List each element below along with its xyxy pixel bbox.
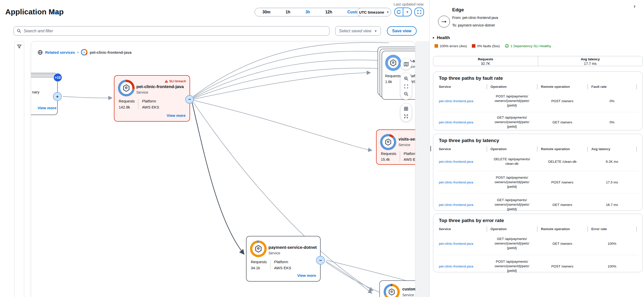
health-donut-icon: K <box>385 55 401 71</box>
platform-label: Platform <box>142 99 159 103</box>
zoom-out-button[interactable] <box>404 92 409 96</box>
table-row: pet-clinic-frontend-java GET /api/paymen… <box>437 232 638 255</box>
zoom-in-button[interactable] <box>404 76 409 81</box>
service-link[interactable]: pet-clinic-frontend-java <box>437 242 487 246</box>
latency-stat: Avg latency 17.7 ms <box>538 56 643 66</box>
platform-value: AWS EKS <box>404 157 415 161</box>
refresh-options-button[interactable]: ▼ <box>403 8 411 16</box>
node-pet-clinic-frontend-java[interactable]: SLI breach K pet-clinic-frontend-java Se… <box>114 75 190 122</box>
remote-operation-cell: GET /owners <box>537 242 588 246</box>
error-rate-cell: 100% <box>588 242 636 246</box>
view-more-link[interactable]: View more <box>38 106 56 110</box>
eks-icon: K <box>389 59 397 67</box>
collapse-panel-button[interactable]: › <box>634 3 635 10</box>
service-link[interactable]: pet-clinic-frontend-java <box>437 160 487 164</box>
expand-group-button[interactable]: + <box>53 92 62 101</box>
col-remote-operation: Remote operation <box>537 146 588 152</box>
latency-stat-label: Avg latency <box>538 57 643 61</box>
time-range-30m[interactable]: 30m <box>255 8 278 16</box>
requests-label: Requests <box>251 260 267 264</box>
zoom-out-icon <box>404 92 409 96</box>
view-more-link[interactable]: View more <box>167 113 186 118</box>
col-service: Service <box>437 84 487 89</box>
table-row: pet-clinic-frontend-java POST /api/payme… <box>437 90 638 112</box>
health-section-toggle[interactable]: ▼ Health <box>432 35 450 40</box>
errors-legend-item: 100% errors (4xx) <box>435 44 467 48</box>
requests-value: 34.1k <box>251 266 267 270</box>
health-donut-icon: K <box>384 284 400 297</box>
sli-healthy-label: 1 Dependency SLI Healthy <box>511 44 551 48</box>
expand-all-button[interactable] <box>404 114 408 119</box>
refresh-split-button: ▼ <box>394 8 412 16</box>
view-more-link[interactable]: View more <box>297 273 316 278</box>
grid-layout-button[interactable] <box>404 106 408 111</box>
map-icon <box>404 62 409 67</box>
time-range-12h[interactable]: 12h <box>318 8 340 16</box>
save-view-button[interactable]: Save view <box>387 26 417 36</box>
node-visits-service[interactable]: K visits-ser Service Requests15.4k Platf… <box>376 129 415 165</box>
remote-operation-cell: GET /owners <box>537 203 588 207</box>
table-row: pet-clinic-frontend-java DELETE /api/pay… <box>437 152 638 171</box>
timezone-dropdown[interactable]: UTC timezone ▼ <box>357 8 391 16</box>
node-stats: Requests15.4k PlatformAWS EKS <box>381 152 415 161</box>
platform-value: AWS EKS <box>142 105 159 109</box>
chevron-down-icon: ▼ <box>374 30 377 33</box>
requests-value: 15.4k <box>381 157 396 161</box>
search-input[interactable]: Search and filter <box>14 26 329 36</box>
faults-legend-item: 0% faults (5xx) <box>472 44 500 48</box>
node-payment-service-dotnet[interactable]: K payment-service-dotnet Service Request… <box>246 236 321 282</box>
time-range-3h[interactable]: 3h <box>298 8 318 16</box>
operation-cell: POST /api/payments/ owners/{ownerId}/pet… <box>487 94 537 108</box>
node-title: pet-clinic-frontend-java <box>136 84 184 89</box>
errors-color-swatch <box>435 44 438 48</box>
card-title: Top three paths by error rate <box>439 218 638 223</box>
col-avg-latency: Avg latency <box>588 146 636 152</box>
operation-cell: POST /api/payments/ owners/{ownerId}/pet… <box>487 175 537 189</box>
sli-breach-label: SLI breach <box>169 79 186 83</box>
group-count-badge: +10 <box>53 73 62 82</box>
operation-cell: POST /api/payments/ owners/{ownerId}/pet… <box>487 259 537 273</box>
time-range-1h[interactable]: 1h <box>278 8 298 16</box>
grid-icon <box>404 106 408 111</box>
service-link[interactable]: pet-clinic-frontend-java <box>437 120 487 124</box>
collapse-node-button[interactable]: − <box>316 256 325 265</box>
header-trailing-divider <box>636 147 639 152</box>
map-filter-rail[interactable] <box>14 41 24 297</box>
search-icon <box>17 29 21 33</box>
col-remote-operation: Remote operation <box>537 226 588 232</box>
service-link[interactable]: pet-clinic-frontend-java <box>437 203 487 207</box>
col-service: Service <box>437 226 487 232</box>
service-map-edges <box>31 41 415 297</box>
layout-toolbar <box>401 103 412 122</box>
fault-rate-cell: 0% <box>588 120 636 124</box>
collapse-node-button[interactable]: − <box>185 95 194 104</box>
info-link[interactable]: Info <box>53 11 59 15</box>
avg-latency-cell: 9.2K ms <box>588 160 636 164</box>
fit-view-button[interactable] <box>404 84 408 89</box>
node-customers-service[interactable]: K custome Service <box>379 280 415 297</box>
chevron-down-icon: ▼ <box>406 10 409 14</box>
timezone-label: UTC timezone <box>359 10 384 14</box>
fault-rate-cell: 0% <box>588 99 636 103</box>
service-link[interactable]: pet-clinic-frontend-java <box>437 264 487 268</box>
stats-divider <box>270 260 270 270</box>
service-donut-icon: ≡ <box>81 49 87 56</box>
operation-cell: GET /api/payments/ owners/{ownerId}/pets… <box>487 198 537 211</box>
saved-view-select[interactable]: Select saved view ▼ <box>335 26 381 36</box>
breadcrumb-separator: › <box>77 50 79 55</box>
service-link[interactable]: pet-clinic-frontend-java <box>437 99 487 103</box>
fullscreen-button[interactable] <box>414 8 424 16</box>
sli-healthy-item: 1 Dependency SLI Healthy <box>505 44 551 48</box>
breadcrumb-related-services[interactable]: Related services <box>45 50 75 55</box>
requests-value: 1.6k <box>385 80 401 84</box>
col-service: Service <box>437 146 487 152</box>
minimap-button[interactable] <box>404 62 409 67</box>
header-trailing-divider <box>636 84 639 89</box>
health-donut-icon: K <box>118 80 135 96</box>
node-type: Service <box>136 90 148 94</box>
service-link[interactable]: pet-clinic-frontend-java <box>437 180 487 184</box>
panel-resize-handle[interactable] <box>430 146 431 151</box>
application-map-canvas[interactable]: Related services › ≡ pet-clinic-frontend… <box>31 41 415 297</box>
errors-legend-label: 100% errors (4xx) <box>440 44 467 48</box>
refresh-button[interactable] <box>395 8 403 16</box>
